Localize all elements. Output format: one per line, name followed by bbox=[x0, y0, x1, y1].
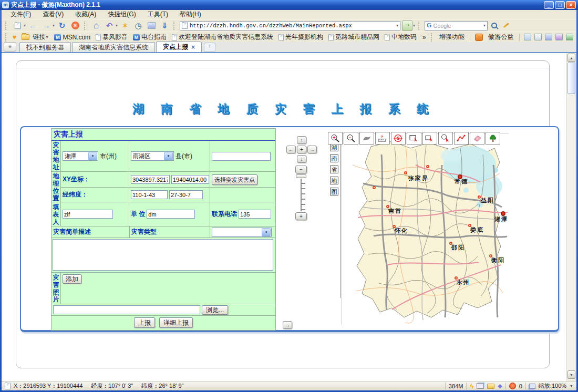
latitude-input[interactable] bbox=[169, 190, 203, 199]
folder-icon[interactable] bbox=[487, 384, 494, 389]
url-dropdown-icon[interactable]: ▾ bbox=[396, 23, 398, 28]
pan-left-button[interactable]: ← bbox=[286, 146, 296, 153]
map-layer-button[interactable]: 湖 bbox=[330, 143, 338, 151]
bookmark-item[interactable]: 觅路城市精品网 bbox=[326, 32, 382, 42]
toolbar-grip[interactable] bbox=[5, 22, 8, 30]
collapse-panel-button[interactable]: → bbox=[283, 321, 292, 329]
undo-dropdown-icon[interactable]: ▾ bbox=[116, 23, 118, 28]
bookmark-folder-links[interactable]: 链接 ▾ bbox=[19, 32, 50, 42]
search-placeholder[interactable]: Google bbox=[433, 23, 483, 29]
stop-button[interactable]: × bbox=[69, 20, 81, 31]
pan-right-button[interactable]: → bbox=[307, 146, 317, 153]
map-zoom-in-button[interactable]: + bbox=[328, 132, 343, 145]
new-tab-button[interactable]: + bbox=[204, 43, 215, 51]
highlight-icon[interactable] bbox=[503, 23, 509, 28]
y-coordinate-input[interactable] bbox=[171, 175, 209, 184]
scroll-down-button[interactable]: ▼ bbox=[567, 370, 575, 379]
map-layer-button[interactable]: 省 bbox=[330, 166, 338, 173]
plugin-diamond-icon[interactable]: ◆ bbox=[498, 383, 502, 389]
tab[interactable]: 湖南省地质灾害信息系统 bbox=[72, 42, 155, 52]
map-canvas[interactable]: 张家界常德益阳吉首怀化娄底湘潭邵阳衡阳永州 bbox=[342, 133, 509, 325]
menu-item[interactable]: 查看(V) bbox=[38, 9, 68, 19]
map-full-extent-button[interactable] bbox=[486, 132, 500, 145]
map-pan-button[interactable] bbox=[359, 132, 374, 145]
map-zoom-select-button[interactable] bbox=[438, 132, 453, 145]
address-bar[interactable]: http://dzzh.hndh.gov.cn/dzzhWeb/MainRepo… bbox=[180, 21, 400, 30]
x-coordinate-input[interactable] bbox=[131, 175, 170, 184]
map-scale-button[interactable]: S bbox=[391, 132, 406, 145]
scroll-up-button[interactable]: ▲ bbox=[567, 54, 575, 62]
download-button[interactable]: ⇓ bbox=[159, 20, 170, 31]
proxy-icon[interactable] bbox=[524, 34, 531, 40]
county-select[interactable]: 雨湖区 ▾ bbox=[131, 151, 174, 161]
phone-input[interactable] bbox=[239, 210, 271, 219]
search-icon[interactable] bbox=[491, 23, 497, 28]
tab-list-star-button[interactable]: ★ bbox=[4, 42, 16, 51]
favorites-heart-icon[interactable]: ♥ bbox=[13, 33, 17, 41]
menu-item[interactable]: 文件(F) bbox=[6, 9, 36, 19]
bookmark-item[interactable]: 暴风影音 bbox=[93, 32, 130, 42]
tab[interactable]: 找不到服务器 bbox=[19, 42, 71, 52]
popup-blocker-icon[interactable] bbox=[509, 383, 516, 389]
bookmark-item[interactable]: 中地数码 bbox=[382, 32, 419, 42]
bookmarks-grip2[interactable] bbox=[431, 33, 434, 42]
menu-item[interactable]: 帮助(H) bbox=[175, 9, 206, 19]
bookmark-item[interactable]: MSN.com bbox=[51, 33, 93, 42]
notes-icon[interactable] bbox=[545, 34, 552, 40]
detail-submit-button[interactable]: 详细上报 bbox=[159, 317, 193, 328]
bookmark-item[interactable]: 电台指南 bbox=[130, 32, 169, 42]
bookmarks-grip[interactable] bbox=[5, 33, 8, 42]
map-select-rect-button[interactable] bbox=[407, 132, 421, 145]
menu-item[interactable]: 工具(T) bbox=[143, 9, 173, 19]
bookmark-item[interactable]: 欢迎登陆湖南省地质灾害信息系统 bbox=[169, 32, 276, 42]
map-zoom-out-button[interactable]: − bbox=[344, 132, 358, 145]
go-button[interactable]: ➝ bbox=[402, 20, 412, 31]
map-measure-button[interactable]: ? bbox=[375, 132, 390, 145]
boost-icon[interactable]: ϟ bbox=[470, 382, 473, 390]
go-dropdown-icon[interactable]: ▾ bbox=[413, 23, 415, 28]
refresh-button[interactable]: ↻ bbox=[56, 20, 68, 31]
pan-down-button[interactable]: ↓ bbox=[297, 155, 306, 163]
skin-icon[interactable] bbox=[566, 34, 573, 40]
add-photo-button[interactable]: 添加 bbox=[63, 274, 81, 284]
photo-file-input[interactable] bbox=[53, 305, 200, 314]
city-select[interactable]: 湘潭 ▾ bbox=[63, 151, 98, 161]
disaster-type-select[interactable]: ▾ bbox=[212, 228, 272, 237]
window-mode-icon[interactable] bbox=[534, 34, 542, 40]
menu-item[interactable]: 快捷组(G) bbox=[103, 9, 140, 19]
address-detail-input[interactable] bbox=[212, 152, 271, 161]
history-dropdown-icon[interactable]: ▾ bbox=[53, 23, 55, 28]
frames-button[interactable] bbox=[146, 20, 157, 31]
maximize-button[interactable]: □ bbox=[555, 1, 565, 9]
map-eraser-button[interactable] bbox=[470, 132, 484, 145]
toolbar-grip2[interactable] bbox=[173, 22, 177, 30]
magic-wand-button[interactable]: ✶ bbox=[119, 20, 131, 31]
charity-menu[interactable]: 傲游公益 bbox=[486, 32, 516, 42]
zoom-out-step-button[interactable]: − bbox=[295, 166, 307, 173]
tab-close-icon[interactable]: × bbox=[191, 44, 195, 51]
map-layer-button[interactable]: 地 bbox=[330, 177, 338, 184]
charity-chicken-icon[interactable] bbox=[475, 34, 483, 41]
map-layer-button[interactable]: 南 bbox=[330, 154, 338, 162]
home-button[interactable]: ⌂ bbox=[90, 20, 102, 31]
minimize-button[interactable]: _ bbox=[544, 1, 554, 9]
pan-up-button[interactable]: ↑ bbox=[297, 136, 306, 144]
map-layer-button[interactable]: 图 bbox=[330, 188, 338, 195]
search-box[interactable]: G Google ▾ bbox=[425, 21, 488, 30]
history-clock-button[interactable]: ◷ bbox=[132, 20, 144, 31]
scroll-thumb[interactable] bbox=[567, 63, 575, 94]
zoom-dropdown-icon[interactable]: ▼ bbox=[570, 384, 573, 388]
undo-button[interactable]: ↶ bbox=[104, 20, 115, 31]
search-engine-dropdown-icon[interactable]: ▾ bbox=[483, 23, 486, 28]
bookmarks-overflow-chevron[interactable]: » bbox=[420, 34, 428, 41]
longitude-input[interactable] bbox=[131, 190, 168, 199]
back-button[interactable]: ← bbox=[27, 20, 39, 31]
page-scrollbar[interactable]: ▲ ▼ bbox=[566, 53, 575, 380]
browse-button[interactable]: 浏览... bbox=[202, 305, 228, 315]
forward-button[interactable]: → bbox=[40, 20, 52, 31]
plugin-v-icon[interactable] bbox=[555, 34, 563, 40]
tab[interactable]: 灾点上报 × bbox=[156, 42, 202, 52]
map-draw-polyline-button[interactable] bbox=[454, 132, 469, 145]
bookmark-item[interactable]: 光年摄影机构 bbox=[276, 32, 326, 42]
url-text[interactable]: http://dzzh.hndh.gov.cn/dzzhWeb/MainRepo… bbox=[190, 23, 395, 29]
